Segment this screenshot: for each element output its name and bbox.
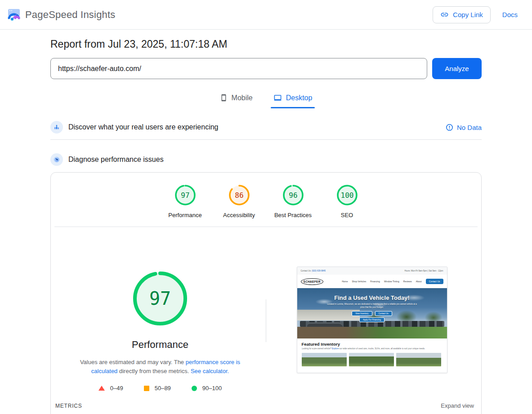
disclaimer-text: Values are estimated and may vary. The <box>80 359 186 365</box>
preview-featured-text: our wide selection of used cars, trucks,… <box>339 347 425 350</box>
section-divider <box>50 139 482 140</box>
preview-nav-item: Reviews <box>403 280 412 283</box>
preview-inventory-photo <box>396 353 441 366</box>
tab-mobile-label: Mobile <box>232 94 253 102</box>
score-gauge-best-practices[interactable]: 96 Best Practices <box>266 184 320 218</box>
svg-text:96: 96 <box>289 191 297 200</box>
preview-view-inventory-button: View Inventory <box>352 311 372 316</box>
lab-data-section: Diagnose performance issues <box>50 153 482 166</box>
score-label: Accessibility <box>223 212 255 218</box>
url-input[interactable] <box>50 58 427 79</box>
big-performance-label: Performance <box>132 339 188 351</box>
legend-average-range: 50–89 <box>155 385 171 392</box>
screenshot-column: Contact Us: (920) 639-9845 Hours: Mon-Fr… <box>266 227 478 392</box>
final-screenshot-thumbnail[interactable]: Contact Us: (920) 639-9845 Hours: Mon-Fr… <box>297 267 447 373</box>
url-form: Analyze <box>50 58 482 79</box>
performance-summary-column: 97 Performance Values are estimated and … <box>54 227 266 392</box>
preview-inventory-photo <box>302 353 347 366</box>
report-card: 97 Performance 86 Accessibility <box>50 172 482 414</box>
preview-featured-title: Featured Inventory <box>302 342 443 347</box>
legend-pass-range: 90–100 <box>202 385 222 392</box>
score-disclaimer: Values are estimated and may vary. The p… <box>69 358 251 376</box>
desktop-icon <box>273 93 282 102</box>
metrics-label: METRICS <box>55 403 82 409</box>
score-label: Best Practices <box>274 212 312 218</box>
preview-nav-item: About <box>416 280 422 283</box>
preview-topbar: Contact Us: (920) 639-9845 Hours: Mon-Fr… <box>297 267 447 275</box>
real-users-icon <box>50 121 63 134</box>
score-gauge-accessibility[interactable]: 86 Accessibility <box>212 184 266 218</box>
pagespeed-insights-page: PageSpeed Insights Copy Link Docs Report… <box>0 0 532 414</box>
preview-nav-item: Shop Vehicles <box>352 280 366 283</box>
app-title: PageSpeed Insights <box>25 9 116 21</box>
speedometer-icon <box>50 153 63 166</box>
preview-featured-section: Featured Inventory Looking for a pre-own… <box>297 338 447 352</box>
app-header: PageSpeed Insights Copy Link Docs <box>0 0 532 30</box>
tab-desktop-label: Desktop <box>286 94 313 102</box>
device-tabs: Mobile Desktop <box>50 91 482 108</box>
preview-featured-subtitle: Looking for a pre-owned vehicle? Explore… <box>302 347 443 350</box>
field-data-section: Discover what your real users are experi… <box>50 121 482 134</box>
preview-contact-label: Contact Us: <box>301 270 312 272</box>
category-scores-row: 97 Performance 86 Accessibility <box>51 173 481 218</box>
preview-hero-title: Find a Used Vehicle Today! <box>297 294 447 301</box>
disclaimer-text: directly from these metrics. <box>117 368 191 374</box>
performance-columns: 97 Performance Values are estimated and … <box>51 227 481 392</box>
preview-nav-item: Window Tinting <box>384 280 399 283</box>
expand-view-button[interactable]: Expand view <box>441 402 474 409</box>
score-legend: 0–49 50–89 90–100 <box>98 385 222 392</box>
preview-nav-cta: Contact Us <box>426 279 443 284</box>
preview-hours: Hours: Mon-Fri 9am-5pm | Sat 9am - 12pm <box>405 270 443 272</box>
average-square-icon <box>144 386 149 391</box>
lab-section-title: Diagnose performance issues <box>68 156 164 164</box>
smartphone-icon <box>220 94 228 102</box>
legend-fail: 0–49 <box>98 385 123 392</box>
report-title: Report from Jul 23, 2025, 11:07:18 AM <box>50 38 482 50</box>
no-data-status[interactable]: No Data <box>446 124 482 131</box>
info-icon <box>446 124 453 131</box>
preview-header: SCHAEFER Home Shop Vehicles Financing Wi… <box>297 275 447 288</box>
copy-link-button[interactable]: Copy Link <box>433 6 491 23</box>
no-data-label: No Data <box>457 124 482 131</box>
preview-ground <box>297 327 447 338</box>
link-icon <box>440 10 449 19</box>
score-gauge-seo[interactable]: 100 SEO <box>320 184 374 218</box>
preview-hero: Find a Used Vehicle Today! Located in Lo… <box>297 288 447 338</box>
legend-pass: 90–100 <box>192 385 222 392</box>
preview-apply-financing-button: Apply For Financing <box>359 317 384 322</box>
pass-circle-icon <box>192 386 197 391</box>
big-performance-gauge[interactable]: 97 <box>131 270 189 329</box>
tab-desktop[interactable]: Desktop <box>271 91 315 108</box>
preview-logo: SCHAEFER <box>301 278 323 285</box>
preview-nav: Home Shop Vehicles Financing Window Tint… <box>342 279 443 284</box>
pagespeed-logo-icon[interactable] <box>7 8 21 22</box>
preview-nav-item: Financing <box>370 280 380 283</box>
docs-link[interactable]: Docs <box>502 11 518 18</box>
preview-featured-text: Looking for a pre-owned vehicle? <box>302 347 332 350</box>
analyze-button[interactable]: Analyze <box>432 58 482 79</box>
preview-inventory-photo <box>349 353 394 366</box>
legend-average: 50–89 <box>144 385 171 392</box>
copy-link-label: Copy Link <box>453 11 483 18</box>
see-calculator-link[interactable]: See calculator. <box>191 368 229 374</box>
score-label: Performance <box>168 212 201 218</box>
svg-text:100: 100 <box>340 191 353 200</box>
svg-text:86: 86 <box>235 191 243 200</box>
legend-fail-range: 0–49 <box>110 385 123 392</box>
score-label: SEO <box>341 212 353 218</box>
score-gauge-performance[interactable]: 97 Performance <box>158 184 212 218</box>
preview-inventory-thumbnails <box>297 352 447 366</box>
preview-hero-subtitle: Located in Lomira, Wisconsin, we are ded… <box>325 303 419 309</box>
field-section-title: Discover what your real users are experi… <box>68 123 218 131</box>
preview-phone: (920) 639-9845 <box>312 270 326 272</box>
tab-mobile[interactable]: Mobile <box>217 91 255 108</box>
preview-explore-link: Explore <box>332 347 339 350</box>
svg-text:97: 97 <box>149 288 171 309</box>
preview-contact-us-button: Contact Us <box>375 311 392 316</box>
preview-hero-text: Find a Used Vehicle Today! Located in Lo… <box>297 294 447 322</box>
preview-nav-item: Home <box>342 280 348 283</box>
fail-triangle-icon <box>98 386 105 391</box>
svg-text:97: 97 <box>181 191 189 200</box>
metrics-header-row: METRICS Expand view <box>51 402 481 409</box>
